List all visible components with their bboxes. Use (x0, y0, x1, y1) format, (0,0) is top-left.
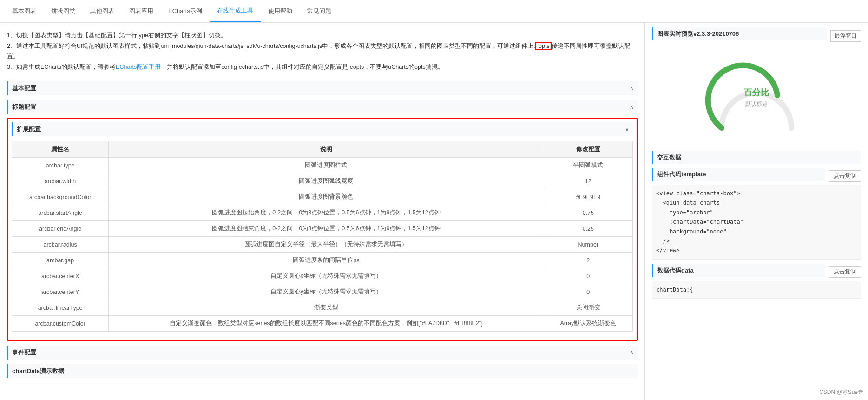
nav-online-tool[interactable]: 在线生成工具 (210, 0, 261, 22)
table-cell-prop: arcbar.radius (12, 237, 109, 253)
expand-config-header[interactable]: 扩展配置 ∨ (12, 122, 633, 136)
component-code-title: 组件代码template (657, 171, 706, 178)
copy-template-btn[interactable]: 点击复制 (829, 170, 861, 182)
nav-pie-charts[interactable]: 饼状图类 (44, 0, 83, 22)
interactive-data-title: 交互数据 (657, 154, 681, 161)
arc-sub-label: 默认标题 (744, 100, 769, 108)
copy-data-btn[interactable]: 点击复制 (829, 266, 861, 278)
col-header-prop: 属性名 (12, 141, 109, 158)
info-line2: 2、通过本工具配置好符合UI规范的默认图表样式，粘贴到uni_modules/q… (7, 41, 638, 62)
top-navigation: 基本图表 饼状图类 其他图表 图表应用 ECharts示例 在线生成工具 使用帮… (0, 0, 868, 23)
echarts-link[interactable]: ECharts配置手册 (116, 64, 161, 70)
table-cell-desc: 圆弧进度条的间隔单位px (109, 253, 544, 268)
table-cell-prop: arcbar.type (12, 158, 109, 173)
table-cell-prop: arcbar.customColor (12, 316, 109, 332)
csdn-footer: CSDN @苏Sue赤 (819, 388, 863, 396)
table-row: arcbar.centerX自定义圆心x坐标（无特殊需求无需填写）0 (12, 268, 633, 284)
table-row: arcbar.endAngle圆弧进度图结束角度，0-2之间，0为3点钟位置，0… (12, 221, 633, 237)
config-table: 属性名 说明 修改配置 arcbar.type圆弧进度图样式半圆弧模式arcba… (12, 141, 633, 332)
table-cell-value: 0 (544, 268, 632, 284)
arc-main-label: 百分比 (744, 87, 769, 98)
table-cell-desc: 圆弧进度图起始角度，0-2之间，0为3点钟位置，0.5为6点钟，1为9点钟，1.… (109, 205, 544, 221)
data-code-header-row: 数据代码data 点击复制 (652, 264, 861, 281)
col-header-desc: 说明 (109, 141, 544, 158)
table-cell-desc: 自定义圆心y坐标（无特殊需求无需填写） (109, 284, 544, 300)
expand-config-chevron: ∨ (625, 126, 629, 133)
nav-echarts[interactable]: ECharts示例 (161, 0, 210, 22)
info-line2-pre: 2、通过本工具配置好符合UI规范的默认图表样式，粘贴到uni_modules/q… (7, 43, 535, 49)
chart-preview-area: 百分比 默认标题 (652, 44, 861, 147)
table-cell-value: 2 (544, 253, 632, 268)
nav-basic-charts[interactable]: 基本图表 (5, 0, 44, 22)
arc-chart-container: 百分比 默认标题 (705, 49, 808, 142)
table-cell-value: 12 (544, 173, 632, 189)
info-banner: 1、切换【图表类型】请点击【基础配置】第一行type右侧的文字【柱状图】切换。 … (7, 27, 638, 77)
table-cell-desc: 渐变类型 (109, 300, 544, 316)
table-cell-desc: 圆弧进度图弧线宽度 (109, 173, 544, 189)
table-row: arcbar.gap圆弧进度条的间隔单位px2 (12, 253, 633, 268)
table-row: arcbar.radius圆弧进度图自定义半径（最大半径）（无特殊需求无需填写）… (12, 237, 633, 253)
code-template-block: <view class="charts-box"> <qiun-data-cha… (652, 185, 861, 260)
chartdata-demo-header[interactable]: chartData演示数据 (7, 364, 638, 378)
event-config-title: 事件配置 (12, 348, 36, 357)
event-config-chevron: ∧ (630, 349, 634, 356)
preview-header-row: 图表实时预览v2.3.3-20210706 最浮窗口 (652, 27, 861, 44)
table-cell-value: Number (544, 237, 632, 253)
data-code-title: 数据代码data (657, 267, 694, 274)
event-config-header[interactable]: 事件配置 ∧ (7, 346, 638, 360)
table-cell-value: 关闭渐变 (544, 300, 632, 316)
table-cell-desc: 圆弧进度图结束角度，0-2之间，0为3点钟位置，0.5为6点钟，1为9点钟，1.… (109, 221, 544, 237)
table-cell-value: Array默认系统渐变色 (544, 316, 632, 332)
title-config-chevron: ∧ (630, 104, 634, 110)
table-cell-value: #E9E9E9 (544, 189, 632, 205)
preview-title: 图表实时预览v2.3.3-20210706 (657, 30, 739, 37)
table-cell-desc: 圆弧进度图背景颜色 (109, 189, 544, 205)
component-code-header-row: 组件代码template 点击复制 (652, 168, 861, 185)
basic-config-chevron: ∧ (630, 85, 634, 92)
table-row: arcbar.linearType渐变类型关闭渐变 (12, 300, 633, 316)
table-row: arcbar.width圆弧进度图弧线宽度12 (12, 173, 633, 189)
table-row: arcbar.customColor自定义渐变颜色，数组类型对应series的数… (12, 316, 633, 332)
table-cell-desc: 自定义渐变颜色，数组类型对应series的数组长度以匹配不同series颜色的不… (109, 316, 544, 332)
table-cell-prop: arcbar.gap (12, 253, 109, 268)
info-line3: 3、如需生成ECharts的默认配置，请参考ECharts配置手册，并将默认配置… (7, 62, 638, 73)
table-row: arcbar.backgroundColor圆弧进度图背景颜色#E9E9E9 (12, 189, 633, 205)
arc-center-label: 百分比 默认标题 (744, 87, 769, 108)
table-cell-desc: 圆弧进度图自定义半径（最大半径）（无特殊需求无需填写） (109, 237, 544, 253)
table-row: arcbar.centerY自定义圆心y坐标（无特殊需求无需填写）0 (12, 284, 633, 300)
info-line1: 1、切换【图表类型】请点击【基础配置】第一行type右侧的文字【柱状图】切换。 (7, 30, 638, 41)
left-panel: 1、切换【图表类型】请点击【基础配置】第一行type右侧的文字【柱状图】切换。 … (0, 23, 645, 400)
data-code-section-header: 数据代码data (652, 264, 825, 277)
expand-config-box: 扩展配置 ∨ 属性名 说明 修改配置 arcbar.type圆弧进度图样式半圆弧… (7, 118, 638, 341)
table-cell-desc: 圆弧进度图样式 (109, 158, 544, 173)
table-cell-prop: arcbar.endAngle (12, 221, 109, 237)
col-header-value: 修改配置 (544, 141, 632, 158)
component-code-section-header: 组件代码template (652, 168, 825, 181)
table-cell-prop: arcbar.backgroundColor (12, 189, 109, 205)
table-cell-desc: 自定义圆心x坐标（无特殊需求无需填写） (109, 268, 544, 284)
table-cell-prop: arcbar.width (12, 173, 109, 189)
preview-section-header: 图表实时预览v2.3.3-20210706 (652, 27, 827, 40)
basic-config-header[interactable]: 基本配置 ∧ (7, 81, 638, 95)
nav-help[interactable]: 使用帮助 (261, 0, 300, 22)
table-cell-prop: arcbar.linearType (12, 300, 109, 316)
interactive-data-header: 交互数据 (652, 151, 861, 164)
nav-faq[interactable]: 常见问题 (300, 0, 339, 22)
nav-other-charts[interactable]: 其他图表 (83, 0, 122, 22)
table-cell-value: 0 (544, 284, 632, 300)
title-config-header[interactable]: 标题配置 ∧ (7, 100, 638, 114)
table-cell-prop: arcbar.startAngle (12, 205, 109, 221)
title-config-title: 标题配置 (12, 103, 36, 111)
expand-config-title: 扩展配置 (17, 125, 41, 133)
table-row: arcbar.type圆弧进度图样式半圆弧模式 (12, 158, 633, 173)
info-line3-post: ，并将默认配置添加至config-echarts.js中，其组件对应的自定义配置… (161, 64, 443, 70)
chartdata-prefix-block: chartData:{ (652, 281, 861, 299)
table-cell-prop: arcbar.centerX (12, 268, 109, 284)
right-panel: 图表实时预览v2.3.3-20210706 最浮窗口 (645, 23, 868, 400)
main-layout: 1、切换【图表类型】请点击【基础配置】第一行type右侧的文字【柱状图】切换。 … (0, 23, 868, 400)
table-cell-value: 0.25 (544, 221, 632, 237)
nav-chart-apps[interactable]: 图表应用 (122, 0, 161, 22)
chartdata-demo-title: chartData演示数据 (12, 367, 64, 375)
float-window-btn[interactable]: 最浮窗口 (830, 30, 861, 42)
table-row: arcbar.startAngle圆弧进度图起始角度，0-2之间，0为3点钟位置… (12, 205, 633, 221)
